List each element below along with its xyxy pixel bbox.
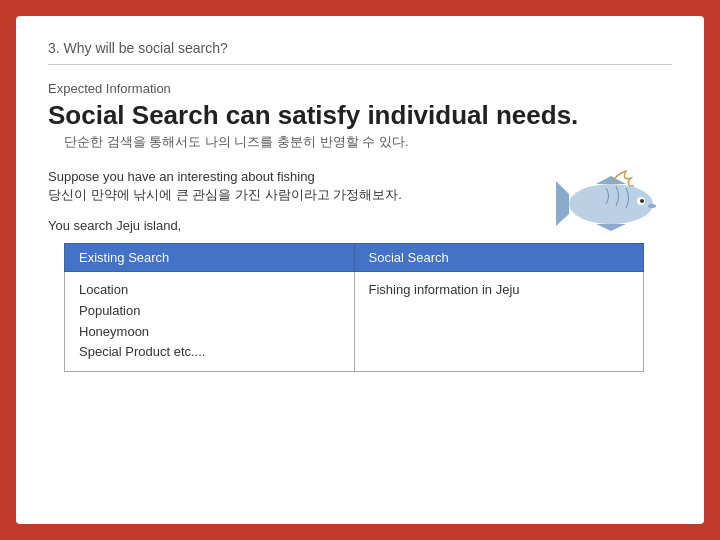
- comparison-table: Existing Search Social Search Location P…: [64, 243, 644, 372]
- section-label: Expected Information: [48, 81, 672, 96]
- table-header-social: Social Search: [354, 244, 644, 272]
- slide-title: 3. Why will be social search?: [48, 40, 672, 65]
- table-row: Location Population Honeymoon Special Pr…: [65, 272, 644, 372]
- fish-decoration: [556, 166, 676, 245]
- svg-marker-1: [556, 181, 569, 226]
- slide-container: 3. Why will be social search? Expected I…: [16, 16, 704, 524]
- table-cell-existing: Location Population Honeymoon Special Pr…: [65, 272, 355, 372]
- svg-marker-3: [596, 224, 626, 231]
- svg-point-6: [648, 204, 656, 208]
- sub-heading-kr: 단순한 검색을 통해서도 나의 니즈를 충분히 반영할 수 있다.: [64, 133, 672, 151]
- table-header-existing: Existing Search: [65, 244, 355, 272]
- main-heading: Social Search can satisfy individual nee…: [48, 100, 672, 131]
- table-cell-social: Fishing information in Jeju: [354, 272, 644, 372]
- svg-point-5: [640, 199, 644, 203]
